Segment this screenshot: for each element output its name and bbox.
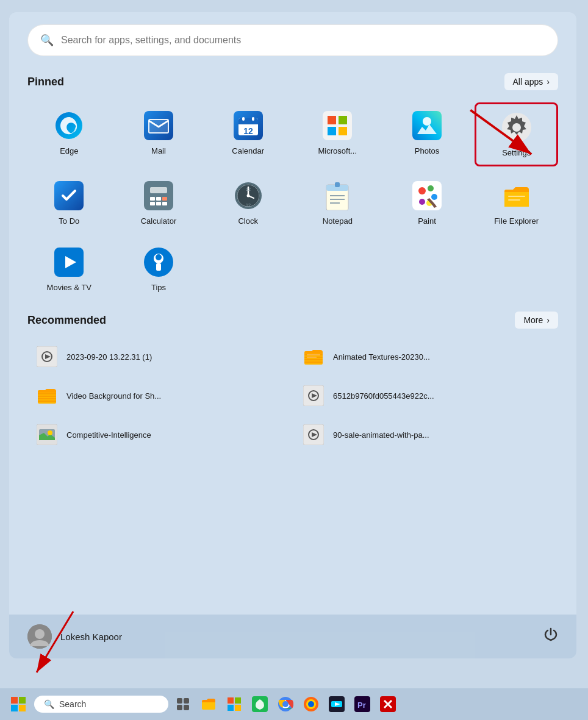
tips-app-icon [143, 246, 174, 278]
taskbar: 🔍 Search [0, 688, 588, 720]
taskbar-chrome[interactable] [274, 693, 296, 715]
rec-label-2: Animated Textures-20230... [333, 352, 430, 362]
svg-rect-87 [11, 697, 18, 704]
svg-rect-99 [235, 705, 241, 711]
taskbar-search-label: Search [59, 699, 86, 709]
svg-rect-13 [323, 111, 352, 140]
start-search-input[interactable] [61, 35, 545, 46]
todo-label: To Do [59, 216, 79, 226]
rec-item-3[interactable]: Video Background for Sh... [27, 377, 292, 414]
task-view-button[interactable] [172, 693, 194, 715]
search-icon: 🔍 [40, 34, 54, 47]
more-button[interactable]: More › [515, 312, 558, 329]
movies-tv-app-icon [53, 246, 85, 278]
rec-item-1[interactable]: 2023-09-20 13.22.31 (1) [27, 338, 292, 375]
svg-rect-15 [339, 116, 347, 124]
app-calculator[interactable]: Calculator [117, 173, 201, 233]
calculator-label: Calculator [141, 216, 177, 226]
taskbar-video-editor[interactable] [326, 693, 348, 715]
app-file-explorer[interactable]: File Explorer [475, 173, 558, 233]
user-bar: Lokesh Kapoor [9, 615, 576, 658]
recommended-grid: 2023-09-20 13.22.31 (1) Animated Texture… [27, 338, 558, 453]
app-todo[interactable]: To Do [27, 173, 111, 233]
svg-point-103 [282, 701, 289, 707]
svg-rect-98 [228, 705, 234, 711]
app-movies-tv[interactable]: Movies & TV [27, 239, 111, 299]
svg-rect-23 [144, 181, 173, 210]
rec-icon-5 [36, 424, 58, 446]
chevron-right-icon: › [547, 77, 550, 87]
rec-item-6[interactable]: 90-sale-animated-with-pa... [294, 416, 558, 453]
taskbar-file-explorer[interactable] [198, 693, 220, 715]
svg-rect-44 [335, 182, 340, 187]
svg-rect-12 [252, 117, 254, 121]
app-photos[interactable]: Photos [385, 102, 469, 166]
app-microsoft-store[interactable]: Microsoft... [296, 102, 379, 166]
taskbar-microsoft-store[interactable] [223, 693, 245, 715]
svg-rect-45 [412, 181, 442, 210]
taskbar-firefox[interactable] [300, 693, 322, 715]
start-menu-search-bar[interactable]: 🔍 [27, 24, 558, 56]
svg-rect-92 [184, 698, 189, 704]
clock-app-icon: 12 12 [232, 180, 264, 212]
svg-text:12: 12 [246, 187, 251, 191]
settings-label: Settings [502, 148, 531, 157]
file-explorer-app-icon [501, 180, 532, 212]
pinned-title: Pinned [27, 76, 64, 88]
svg-rect-90 [19, 705, 26, 711]
notepad-label: Notepad [323, 216, 353, 226]
rec-label-1: 2023-09-20 13.22.31 (1) [66, 352, 152, 362]
app-mail[interactable]: Mail [117, 102, 201, 166]
svg-point-47 [428, 185, 434, 191]
svg-point-21 [512, 123, 521, 132]
rec-label-3: Video Background for Sh... [66, 391, 161, 401]
taskbar-premiere[interactable]: Pr [351, 693, 373, 715]
photos-label: Photos [415, 146, 439, 155]
settings-app-icon [501, 112, 532, 143]
svg-point-79 [48, 430, 52, 435]
svg-rect-26 [156, 197, 161, 201]
svg-rect-30 [162, 202, 167, 205]
paint-app-icon [411, 180, 443, 212]
user-avatar [27, 624, 52, 649]
svg-point-106 [308, 701, 314, 707]
svg-rect-9 [238, 122, 258, 124]
calculator-app-icon [143, 180, 174, 212]
recommended-header: Recommended More › [27, 312, 558, 329]
svg-rect-93 [177, 705, 182, 710]
notepad-app-icon [321, 180, 353, 212]
svg-point-84 [35, 629, 45, 639]
svg-rect-17 [339, 127, 347, 135]
windows-start-button[interactable] [6, 692, 30, 716]
taskbar-search-icon: 🔍 [44, 699, 54, 709]
taskbar-close-app[interactable] [377, 693, 399, 715]
microsoft-store-label: Microsoft... [318, 146, 357, 155]
svg-point-48 [431, 194, 437, 200]
power-button[interactable] [543, 627, 558, 646]
rec-item-4[interactable]: 6512b9760fd055443e922c... [294, 377, 558, 414]
svg-rect-54 [508, 199, 520, 201]
app-notepad[interactable]: Notepad [296, 173, 379, 233]
mail-app-icon [143, 110, 174, 141]
svg-rect-24 [150, 187, 167, 193]
user-info[interactable]: Lokesh Kapoor [27, 624, 122, 649]
app-edge[interactable]: Edge [27, 102, 111, 166]
app-tips[interactable]: Tips [117, 239, 201, 299]
all-apps-button[interactable]: All apps › [504, 73, 558, 90]
taskbar-surfshark[interactable] [249, 693, 271, 715]
app-clock[interactable]: 12 12 Clock [206, 173, 290, 233]
app-calendar[interactable]: 12 Calendar [206, 102, 290, 166]
rec-item-5[interactable]: Competitive-Intelligence [27, 416, 292, 453]
rec-label-6: 90-sale-animated-with-pa... [333, 430, 429, 440]
svg-point-50 [419, 199, 425, 205]
svg-rect-97 [235, 697, 241, 704]
app-paint[interactable]: Paint [385, 173, 469, 233]
rec-item-2[interactable]: Animated Textures-20230... [294, 338, 558, 375]
app-settings[interactable]: Settings [475, 102, 558, 166]
calendar-app-icon: 12 [232, 110, 264, 141]
paint-label: Paint [418, 216, 436, 226]
taskbar-search-bar[interactable]: 🔍 Search [34, 696, 168, 713]
edge-app-icon [53, 110, 85, 141]
svg-rect-16 [328, 127, 336, 135]
todo-app-icon [53, 180, 85, 212]
